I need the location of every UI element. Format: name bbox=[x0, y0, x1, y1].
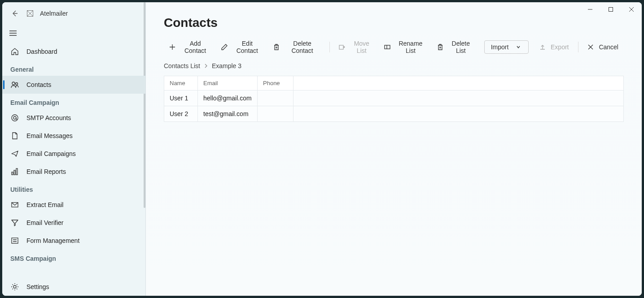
toolbar-label: Export bbox=[551, 43, 569, 51]
at-icon bbox=[10, 113, 19, 122]
sidebar-item-dashboard[interactable]: Dashboard bbox=[2, 43, 145, 60]
sidebar-item-smtp-accounts[interactable]: SMTP Accounts bbox=[2, 109, 145, 127]
sidebar-item-email-campaigns[interactable]: Email Campaigns bbox=[2, 145, 145, 163]
sidebar-item-label: Extract Email bbox=[26, 201, 63, 208]
trash-icon bbox=[273, 43, 279, 51]
sidebar-item-label: Email Campaigns bbox=[26, 150, 76, 157]
back-button[interactable] bbox=[9, 8, 20, 19]
svg-point-12 bbox=[16, 83, 18, 85]
toolbar: Add Contact Edit Contact Delete Contact bbox=[146, 38, 642, 56]
app-title: Atelmailer bbox=[40, 10, 68, 17]
sidebar-item-label: Email Messages bbox=[26, 132, 73, 139]
table-header-name[interactable]: Name bbox=[164, 76, 198, 91]
table-cell-name: User 2 bbox=[164, 106, 198, 122]
svg-rect-1 bbox=[609, 8, 613, 12]
sidebar-item-label: Email Verifier bbox=[26, 219, 63, 226]
sidebar-section-sms-campaign: SMS Campaign bbox=[2, 250, 145, 265]
close-icon bbox=[587, 43, 594, 51]
chevron-down-icon bbox=[515, 43, 522, 51]
sidebar-item-settings[interactable]: Settings bbox=[2, 278, 145, 296]
table-row[interactable]: User 1 hello@gmail.com bbox=[164, 91, 624, 106]
toolbar-label: Move List bbox=[350, 40, 373, 54]
table-header-email[interactable]: Email bbox=[198, 76, 258, 91]
delete-contact-button[interactable]: Delete Contact bbox=[267, 37, 326, 57]
sidebar: Atelmailer Dashboard General Contacts Em… bbox=[2, 2, 146, 296]
main-content: Contacts Add Contact Edit Contact Delete… bbox=[146, 2, 642, 296]
window-maximize-button[interactable] bbox=[600, 2, 621, 17]
sidebar-item-form-management[interactable]: Form Management bbox=[2, 232, 145, 250]
rename-icon bbox=[384, 43, 390, 51]
sidebar-item-contacts[interactable]: Contacts bbox=[2, 76, 145, 94]
svg-rect-26 bbox=[385, 45, 390, 49]
app-logo-icon bbox=[26, 10, 34, 17]
sidebar-section-email-campaign: Email Campaign bbox=[2, 94, 145, 109]
document-icon bbox=[10, 131, 19, 140]
bar-chart-icon bbox=[10, 167, 19, 176]
rename-list-button[interactable]: Rename List bbox=[379, 37, 431, 57]
plus-icon bbox=[169, 43, 175, 51]
table-cell-name: User 1 bbox=[164, 91, 198, 106]
sidebar-item-label: Form Management bbox=[26, 237, 79, 244]
sidebar-item-label: SMTP Accounts bbox=[26, 114, 71, 121]
add-contact-button[interactable]: Add Contact bbox=[164, 37, 216, 57]
table-cell-email: hello@gmail.com bbox=[198, 91, 258, 106]
toolbar-label: Add Contact bbox=[180, 40, 210, 54]
sidebar-item-label: Contacts bbox=[26, 81, 51, 88]
sidebar-section-utilities: Utilities bbox=[2, 181, 145, 196]
menu-toggle-button[interactable] bbox=[2, 25, 145, 43]
table-header-empty bbox=[294, 76, 624, 91]
svg-rect-19 bbox=[12, 238, 18, 243]
sidebar-item-email-verifier[interactable]: Email Verifier bbox=[2, 214, 145, 232]
table-header-row: Name Email Phone bbox=[164, 76, 624, 91]
export-icon bbox=[539, 43, 546, 51]
toolbar-label: Edit Contact bbox=[232, 40, 262, 54]
sidebar-item-email-reports[interactable]: Email Reports bbox=[2, 163, 145, 181]
sidebar-item-label: Email Reports bbox=[26, 168, 66, 175]
move-list-button: Move List bbox=[333, 37, 379, 57]
sidebar-item-label: Dashboard bbox=[26, 48, 57, 55]
table-row[interactable]: User 2 test@gmail.com bbox=[164, 106, 624, 122]
breadcrumb-root[interactable]: Contacts List bbox=[164, 62, 200, 69]
svg-rect-15 bbox=[12, 172, 13, 175]
toolbar-label: Rename List bbox=[395, 40, 426, 54]
sidebar-item-extract-email[interactable]: Extract Email bbox=[2, 196, 145, 214]
toolbar-label: Delete Contact bbox=[284, 40, 321, 54]
toolbar-label: Cancel bbox=[599, 43, 618, 51]
toolbar-label: Delete List bbox=[448, 40, 474, 54]
hamburger-icon bbox=[9, 30, 17, 38]
svg-rect-25 bbox=[339, 45, 343, 49]
send-icon bbox=[10, 149, 19, 158]
import-button[interactable]: Import bbox=[484, 40, 529, 54]
move-icon bbox=[339, 43, 345, 51]
table-header-phone[interactable]: Phone bbox=[258, 76, 294, 91]
toolbar-divider bbox=[578, 42, 578, 52]
contacts-icon bbox=[10, 80, 19, 89]
sidebar-item-email-messages[interactable]: Email Messages bbox=[2, 127, 145, 145]
table-cell-phone bbox=[258, 106, 294, 122]
envelope-icon bbox=[10, 200, 19, 209]
pencil-icon bbox=[221, 43, 228, 51]
sidebar-header: Atelmailer bbox=[2, 2, 145, 25]
svg-point-13 bbox=[12, 115, 18, 121]
page-title: Contacts bbox=[146, 2, 642, 38]
svg-point-11 bbox=[12, 82, 15, 85]
funnel-icon bbox=[10, 218, 19, 227]
svg-rect-17 bbox=[16, 168, 18, 175]
form-icon bbox=[10, 236, 19, 245]
toolbar-divider bbox=[329, 42, 330, 52]
table-cell-phone bbox=[258, 91, 294, 106]
svg-rect-16 bbox=[14, 170, 15, 175]
table-cell-empty bbox=[294, 106, 624, 122]
window-controls bbox=[580, 2, 642, 17]
cancel-button[interactable]: Cancel bbox=[582, 41, 624, 53]
edit-contact-button[interactable]: Edit Contact bbox=[216, 37, 267, 57]
window-minimize-button[interactable] bbox=[580, 2, 600, 17]
breadcrumb-current: Example 3 bbox=[212, 62, 241, 69]
export-button: Export bbox=[534, 41, 574, 53]
contacts-table-container: Name Email Phone User 1 hello@gmail.com bbox=[146, 76, 642, 296]
table-cell-empty bbox=[294, 91, 624, 106]
delete-list-button[interactable]: Delete List bbox=[432, 37, 479, 57]
window-close-button[interactable] bbox=[621, 2, 642, 17]
sidebar-item-label: Settings bbox=[26, 283, 49, 290]
toolbar-label: Import bbox=[491, 43, 509, 51]
